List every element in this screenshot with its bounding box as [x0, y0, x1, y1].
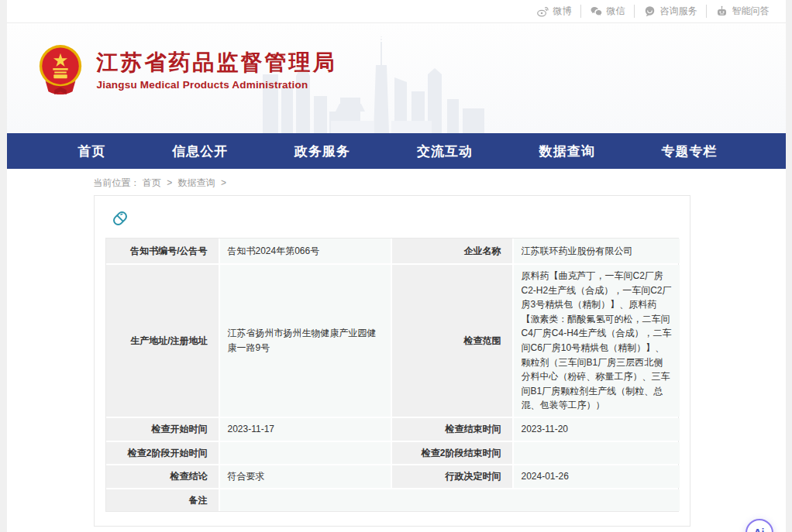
field-label-inspection-end: 检查结束时间 — [392, 418, 512, 441]
breadcrumb-separator: > — [221, 177, 226, 188]
field-label-remark: 备注 — [106, 489, 219, 512]
national-emblem-logo — [36, 43, 84, 98]
field-label-company-name: 企业名称 — [392, 239, 512, 263]
breadcrumb-link-home[interactable]: 首页 — [143, 177, 161, 188]
field-label-inspection-scope: 检查范围 — [392, 265, 512, 417]
chat-bubble-icon — [643, 5, 656, 18]
field-value-address: 江苏省扬州市扬州生物健康产业园健康一路9号 — [220, 265, 391, 417]
page: 微博 微信 咨询服务 — [7, 0, 786, 532]
field-value-company-name: 江苏联环药业股份有限公司 — [514, 239, 680, 263]
weibo-icon — [536, 5, 549, 18]
brand-text: 江苏省药品监督管理局 Jiangsu Medical Products Admi… — [97, 50, 337, 90]
site-title: 江苏省药品监督管理局 — [97, 50, 337, 75]
topbar-link-wechat[interactable]: 微信 — [580, 5, 634, 18]
field-value-conclusion: 符合要求 — [220, 465, 391, 488]
primary-nav: 首页 信息公开 政务服务 交流互动 数据查询 专题专栏 — [7, 133, 786, 169]
nav-item-interaction[interactable]: 交流互动 — [417, 142, 473, 160]
brand: 江苏省药品监督管理局 Jiangsu Medical Products Admi… — [36, 43, 337, 98]
field-value-inspection-start: 2023-11-17 — [220, 418, 391, 441]
topbar-link-label: 微信 — [607, 5, 625, 18]
field-value-phase2-start — [220, 442, 391, 465]
topbar-link-weibo[interactable]: 微博 — [528, 5, 580, 18]
pill-icon — [108, 207, 132, 230]
nav-item-data-query[interactable]: 数据查询 — [539, 142, 595, 160]
breadcrumb: 当前位置： 首页 > 数据查询 > — [94, 177, 786, 190]
inspection-detail-table: 告知书编号/公告号 告知书2024年第066号 企业名称 江苏联环药业股份有限公… — [105, 238, 679, 512]
site-subtitle: Jiangsu Medical Products Administration — [97, 79, 337, 91]
field-label-phase2-start: 检查2阶段开始时间 — [106, 442, 219, 465]
topbar-link-label: 微博 — [553, 5, 572, 18]
field-value-decision-date: 2024-01-26 — [514, 465, 680, 488]
nav-item-gov-services[interactable]: 政务服务 — [294, 142, 350, 160]
robot-icon — [715, 5, 728, 18]
field-label-address: 生产地址/注册地址 — [106, 265, 219, 417]
field-label-inspection-start: 检查开始时间 — [106, 418, 219, 441]
breadcrumb-separator: > — [167, 177, 172, 188]
topbar-link-qa[interactable]: 智能问答 — [706, 5, 778, 18]
topbar: 微博 微信 咨询服务 — [7, 0, 786, 23]
field-value-remark — [220, 489, 680, 512]
field-value-inspection-scope: 原料药【曲克芦丁，一车间C2厂房C2-H2生产线（合成），一车间C2厂房3号精烘… — [514, 265, 680, 417]
topbar-link-label: 咨询服务 — [660, 5, 697, 18]
field-label-phase2-end: 检查2阶段结束时间 — [392, 442, 512, 465]
main-content: 当前位置： 首页 > 数据查询 > 告知书编号/公告号 告知书2024年第06 — [7, 169, 786, 532]
field-label-decision-date: 行政决定时间 — [392, 465, 512, 488]
topbar-link-label: 智能问答 — [732, 5, 770, 18]
site-banner: 江苏省药品监督管理局 Jiangsu Medical Products Admi… — [7, 23, 786, 133]
nav-item-info-disclosure[interactable]: 信息公开 — [172, 142, 228, 160]
breadcrumb-prefix: 当前位置： — [94, 177, 140, 188]
field-label-conclusion: 检查结论 — [106, 465, 219, 488]
nav-item-home[interactable]: 首页 — [78, 142, 106, 160]
inspection-detail-card: 告知书编号/公告号 告知书2024年第066号 企业名称 江苏联环药业股份有限公… — [94, 195, 690, 527]
field-value-notice-number: 告知书2024年第066号 — [220, 239, 391, 263]
field-value-inspection-end: 2023-11-20 — [514, 418, 680, 441]
topbar-link-consult[interactable]: 咨询服务 — [634, 5, 706, 18]
wechat-icon — [590, 5, 603, 18]
breadcrumb-link-data-query[interactable]: 数据查询 — [178, 177, 215, 188]
nav-item-special-topics[interactable]: 专题专栏 — [661, 142, 717, 160]
field-value-phase2-end — [514, 442, 680, 465]
field-label-notice-number: 告知书编号/公告号 — [106, 239, 219, 263]
